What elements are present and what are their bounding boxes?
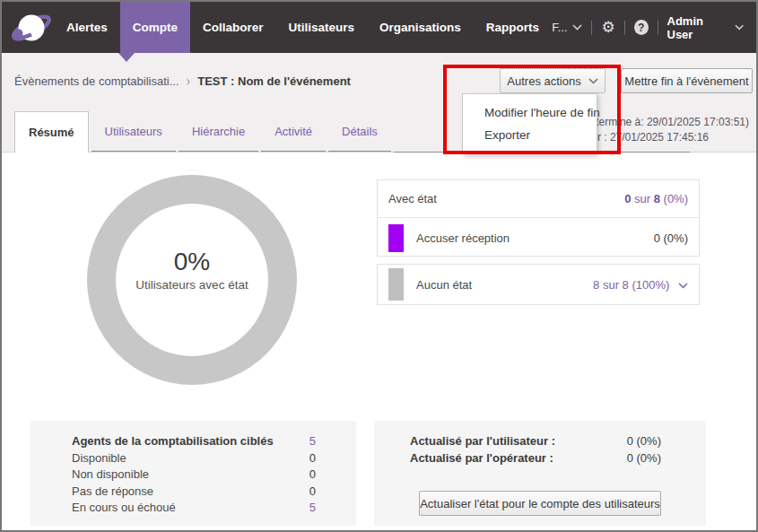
menu-item-modify-end-time[interactable]: Modifier l'heure de fin (463, 101, 597, 124)
donut-center-label: Utilisateurs avec état (135, 278, 248, 292)
no-status-color-swatch (388, 268, 404, 301)
tab-utilisateurs[interactable]: Utilisateurs (91, 111, 176, 152)
refresh-status-label: Actualiser l'état pour le compte des uti… (420, 497, 660, 510)
top-navbar: Alertes Compte Collaborer Utilisateurs O… (2, 2, 756, 53)
nav-item-utilisateurs[interactable]: Utilisateurs (276, 2, 368, 53)
with-status-label: Avec état (388, 192, 437, 205)
chevron-down-icon[interactable] (678, 283, 688, 289)
end-event-label: Mettre fin à l'évènement (624, 74, 748, 88)
quick-select-dropdown[interactable]: F... (552, 21, 582, 34)
summary-tab-content: 0% Utilisateurs avec état Avec état 0 su… (2, 153, 756, 532)
active-nav-caret (118, 53, 135, 62)
application-window: Alertes Compte Collaborer Utilisateurs O… (0, 0, 758, 532)
agents-row-non-disponible: Non disponible 0 (72, 467, 316, 484)
end-event-button[interactable]: Mettre fin à l'évènement (621, 68, 753, 93)
donut-percent-value: 0% (135, 248, 248, 276)
agents-header-row: Agents de la comptabilisation ciblés 5 (72, 433, 316, 450)
nav-item-compte[interactable]: Compte (120, 2, 190, 53)
quick-select-label: F... (552, 21, 567, 34)
no-status-row[interactable]: Aucun état 8 sur 8 (100%) (378, 265, 699, 304)
chevron-down-icon (572, 24, 582, 31)
nav-item-alertes[interactable]: Alertes (54, 2, 120, 53)
divider (591, 21, 592, 35)
nav-item-organisations[interactable]: Organisations (367, 2, 474, 53)
agents-panel: Agents de la comptabilisation ciblés 5 D… (30, 421, 356, 526)
agents-row-disponible: Disponible 0 (72, 450, 316, 467)
ack-status-row: Accuser réception 0 (0%) (378, 218, 699, 257)
nav-menu: Alertes Compte Collaborer Utilisateurs O… (54, 2, 552, 53)
status-donut-chart: 0% Utilisateurs avec état (87, 175, 297, 385)
refresh-status-button[interactable]: Actualiser l'état pour le compte des uti… (419, 491, 661, 516)
more-actions-menu: Modifier l'heure de fin Exporter (462, 93, 597, 154)
chevron-down-icon (588, 78, 598, 84)
updated-by-user-row: Actualisé par l'utilisateur : 0 (0%) (410, 433, 661, 450)
breadcrumb-parent-link[interactable]: Évènements de comptabilisati... (14, 74, 179, 88)
update-panel: Actualisé par l'utilisateur : 0 (0%) Act… (374, 421, 706, 526)
tab-hierarchie[interactable]: Hiérarchie (179, 111, 258, 152)
more-actions-button[interactable]: Autres actions (500, 68, 606, 93)
page-title: TEST : Nom de l'événement (197, 74, 351, 88)
settings-gear-icon[interactable]: ⚙ (601, 20, 614, 35)
tab-activite[interactable]: Activité (261, 111, 326, 152)
with-status-value: 0 sur 8 (0%) (624, 192, 688, 205)
nav-item-collaborer[interactable]: Collaborer (190, 2, 276, 53)
ack-value: 0 (0%) (654, 231, 688, 245)
user-name: Admin User (667, 14, 728, 41)
breadcrumb: Évènements de comptabilisati... › TEST :… (14, 74, 351, 88)
menu-item-export[interactable]: Exporter (463, 124, 597, 146)
with-status-row: Avec état 0 sur 8 (0%) (378, 180, 699, 218)
divider (658, 21, 658, 35)
agents-row-en-cours: En cours ou échoué 5 (72, 500, 316, 517)
tab-resume[interactable]: Résumé (14, 111, 89, 153)
no-status-label: Aucun état (416, 278, 472, 292)
more-actions-label: Autres actions (507, 74, 580, 88)
chevron-down-icon (735, 24, 744, 31)
no-status-value: 8 sur 8 (100%) (593, 278, 688, 292)
nav-item-rapports[interactable]: Rapports (474, 2, 552, 53)
divider (624, 21, 625, 35)
breadcrumb-separator: › (187, 74, 191, 88)
updated-by-operator-row: Actualisé par l'opérateur : 0 (0%) (410, 450, 661, 467)
status-summary-box: Avec état 0 sur 8 (0%) Accuser réception… (377, 179, 700, 257)
ack-label: Accuser réception (416, 231, 510, 245)
planet-logo-icon (9, 8, 54, 48)
ack-color-swatch (388, 224, 404, 252)
tab-details[interactable]: Détails (328, 111, 391, 152)
nav-utility-area: F... ⚙ ? Admin User (552, 14, 744, 41)
user-menu[interactable]: Admin User (667, 14, 744, 41)
agents-total-value: 5 (309, 433, 316, 450)
help-icon[interactable]: ? (634, 20, 649, 35)
no-status-box: Aucun état 8 sur 8 (100%) (377, 264, 700, 305)
agents-row-pas-de-reponse: Pas de réponse 0 (72, 484, 316, 501)
donut-center: 0% Utilisateurs avec état (116, 204, 268, 356)
